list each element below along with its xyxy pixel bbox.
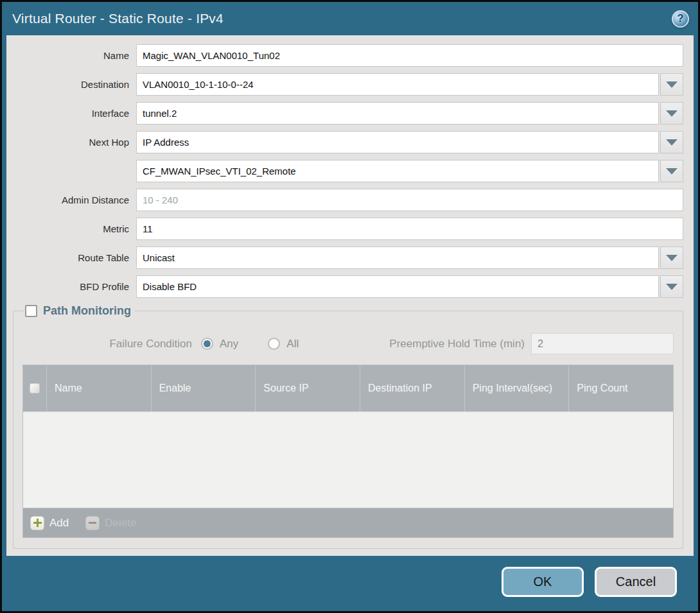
failure-condition-row: Failure Condition Any All Preemptive Hol… [22, 333, 674, 354]
chevron-down-icon [666, 255, 678, 261]
failure-condition-all-radio[interactable] [268, 338, 280, 350]
admin-distance-input[interactable] [136, 189, 683, 211]
path-monitoring-section: Path Monitoring Failure Condition Any Al… [13, 304, 683, 549]
title-bar: Virtual Router - Static Route - IPv4 ? [2, 2, 698, 35]
plus-icon [30, 516, 44, 530]
column-header-enable[interactable]: Enable [151, 365, 256, 411]
delete-button[interactable]: Delete [85, 516, 136, 530]
name-row: Name [13, 44, 683, 67]
route-table-dropdown-button[interactable] [660, 246, 683, 269]
minus-icon [85, 516, 100, 530]
metric-row: Metric [13, 218, 683, 240]
add-button[interactable]: Add [30, 516, 69, 530]
select-all-checkbox[interactable] [30, 383, 40, 393]
static-route-dialog: Virtual Router - Static Route - IPv4 ? N… [0, 0, 700, 613]
route-table-input[interactable] [136, 246, 659, 269]
admin-distance-row: Admin Distance [13, 189, 683, 211]
destination-row: Destination [13, 73, 683, 96]
interface-row: Interface [13, 102, 683, 125]
route-table-row: Route Table [13, 246, 683, 269]
table-body-empty [23, 411, 673, 508]
path-monitoring-legend: Path Monitoring [24, 304, 135, 318]
failure-condition-label: Failure Condition [22, 338, 201, 350]
metric-label: Metric [13, 223, 136, 234]
next-hop-address-row [13, 160, 683, 182]
dialog-body: Name Destination Interface [6, 35, 694, 556]
select-all-column [23, 365, 46, 411]
cancel-button[interactable]: Cancel [595, 567, 677, 597]
column-header-ping-interval[interactable]: Ping Interval(sec) [464, 365, 569, 411]
delete-button-label: Delete [105, 517, 136, 530]
chevron-down-icon [666, 139, 678, 146]
failure-condition-any-label: Any [220, 338, 238, 350]
chevron-down-icon [666, 168, 678, 175]
column-header-source-ip[interactable]: Source IP [255, 365, 360, 411]
path-monitoring-table: Name Enable Source IP Destination IP Pin… [22, 365, 674, 538]
path-monitoring-label: Path Monitoring [43, 304, 131, 318]
preemptive-hold-time-label: Preemptive Hold Time (min) [389, 338, 531, 350]
ok-button[interactable]: OK [502, 567, 584, 597]
add-button-label: Add [49, 517, 69, 530]
chevron-down-icon [666, 110, 678, 117]
chevron-down-icon [666, 284, 678, 290]
next-hop-row: Next Hop [13, 131, 683, 153]
table-header-row: Name Enable Source IP Destination IP Pin… [23, 365, 673, 411]
next-hop-address-dropdown-button[interactable] [660, 160, 683, 182]
table-toolbar: Add Delete [23, 508, 673, 537]
help-icon[interactable]: ? [672, 10, 689, 28]
chevron-down-icon [666, 82, 678, 88]
name-label: Name [13, 50, 136, 61]
next-hop-dropdown-button[interactable] [660, 131, 683, 153]
preemptive-hold-time-input[interactable] [531, 333, 674, 354]
destination-input[interactable] [136, 73, 659, 96]
bfd-profile-row: BFD Profile [13, 275, 683, 298]
interface-input[interactable] [136, 102, 659, 125]
next-hop-label: Next Hop [13, 137, 136, 148]
name-input[interactable] [136, 44, 683, 67]
destination-dropdown-button[interactable] [660, 73, 683, 96]
radio-selected-dot [204, 340, 211, 347]
interface-dropdown-button[interactable] [660, 102, 683, 125]
next-hop-type-input[interactable] [136, 131, 659, 153]
failure-condition-all-label: All [286, 338, 299, 350]
bfd-profile-label: BFD Profile [13, 281, 136, 292]
admin-distance-label: Admin Distance [13, 194, 136, 205]
column-header-name[interactable]: Name [46, 365, 151, 411]
dialog-title: Virtual Router - Static Route - IPv4 [12, 11, 223, 26]
bfd-profile-input[interactable] [136, 275, 659, 298]
interface-label: Interface [13, 108, 136, 119]
column-header-ping-count[interactable]: Ping Count [568, 365, 673, 411]
failure-condition-any-radio[interactable] [201, 338, 213, 350]
next-hop-address-input[interactable] [136, 160, 659, 182]
route-table-label: Route Table [13, 252, 136, 263]
path-monitoring-checkbox[interactable] [25, 305, 37, 317]
question-mark-glyph: ? [677, 12, 684, 25]
destination-label: Destination [13, 79, 136, 90]
metric-input[interactable] [136, 218, 683, 240]
column-header-destination-ip[interactable]: Destination IP [360, 365, 464, 411]
dialog-footer: OK Cancel [2, 556, 698, 611]
bfd-profile-dropdown-button[interactable] [660, 275, 683, 298]
